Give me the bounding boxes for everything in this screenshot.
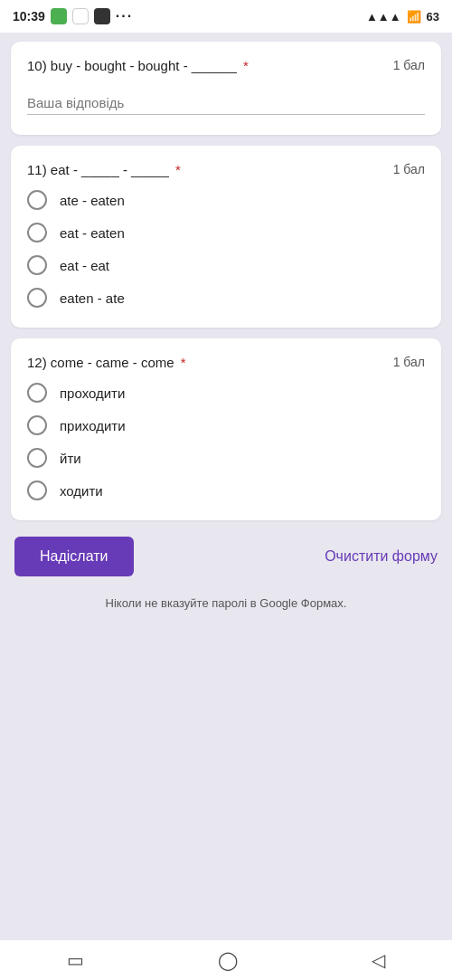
battery-label: 63 xyxy=(427,10,439,24)
radio-circle-q11-2 xyxy=(27,255,47,275)
nav-back-button[interactable]: ◁ xyxy=(372,949,385,971)
clear-button[interactable]: Очистити форму xyxy=(325,548,438,565)
footer-note: Ніколи не вказуйте паролі в Google Форма… xyxy=(0,589,452,624)
q11-option-2[interactable]: eat - eat xyxy=(27,255,425,275)
question-12-options: проходити приходити йти ходити xyxy=(27,383,425,500)
q11-label-0: ate - eaten xyxy=(60,193,125,208)
main-content: 10) buy - bought - bought - ______ * 1 б… xyxy=(0,33,452,520)
q11-label-2: eat - eat xyxy=(60,258,109,273)
app-icon-green xyxy=(51,8,67,24)
q11-option-1[interactable]: eat - eaten xyxy=(27,223,425,243)
question-12-text: 12) come - came - come * xyxy=(27,355,384,370)
nav-circle-button[interactable]: ◯ xyxy=(218,949,238,971)
question-11-text: 11) eat - _____ - _____ * xyxy=(27,162,384,177)
nav-square-button[interactable]: ▭ xyxy=(67,949,84,971)
signal-icon: ▲▲▲ xyxy=(366,10,401,24)
status-bar-left: 10:39 ··· xyxy=(13,8,133,24)
points-12: 1 бал xyxy=(393,355,425,369)
required-star-12: * xyxy=(181,355,186,370)
radio-circle-q11-3 xyxy=(27,288,47,308)
bottom-action-bar: Надіслати Очистити форму xyxy=(0,524,452,589)
q12-label-0: проходити xyxy=(60,385,125,401)
question-12-header: 12) come - came - come * 1 бал xyxy=(27,355,425,370)
radio-circle-q12-3 xyxy=(27,480,47,500)
q12-label-3: ходити xyxy=(60,483,103,499)
q11-label-1: eat - eaten xyxy=(60,225,125,241)
question-10-card: 10) buy - bought - bought - ______ * 1 б… xyxy=(11,42,441,135)
radio-circle-q12-2 xyxy=(27,448,47,468)
status-bar: 10:39 ··· ▲▲▲ 📶 63 xyxy=(0,0,452,33)
question-10-header: 10) buy - bought - bought - ______ * 1 б… xyxy=(27,58,425,73)
answer-input-10[interactable] xyxy=(27,91,425,115)
navigation-bar: ▭ ◯ ◁ xyxy=(0,940,452,980)
points-10: 1 бал xyxy=(393,58,425,72)
q12-option-2[interactable]: йти xyxy=(27,448,425,468)
wifi-icon: 📶 xyxy=(407,10,421,24)
q12-option-0[interactable]: проходити xyxy=(27,383,425,403)
q12-option-1[interactable]: приходити xyxy=(27,415,425,435)
required-star-10: * xyxy=(243,58,249,73)
q11-option-3[interactable]: eaten - ate xyxy=(27,288,425,308)
app-icon-white xyxy=(72,8,89,24)
points-11: 1 бал xyxy=(393,162,425,176)
q12-option-3[interactable]: ходити xyxy=(27,480,425,500)
more-icon: ··· xyxy=(116,8,133,24)
q12-label-1: приходити xyxy=(60,418,126,433)
radio-circle-q11-0 xyxy=(27,190,47,210)
app-icon-dark xyxy=(94,8,110,24)
radio-circle-q11-1 xyxy=(27,223,47,243)
question-11-options: ate - eaten eat - eaten eat - eat eaten … xyxy=(27,190,425,308)
question-10-text: 10) buy - bought - bought - ______ * xyxy=(27,58,384,73)
time-label: 10:39 xyxy=(13,9,45,24)
q11-option-0[interactable]: ate - eaten xyxy=(27,190,425,210)
question-12-card: 12) come - came - come * 1 бал проходити… xyxy=(11,338,441,520)
status-bar-right: ▲▲▲ 📶 63 xyxy=(366,10,439,24)
q11-label-3: eaten - ate xyxy=(60,290,125,306)
question-11-card: 11) eat - _____ - _____ * 1 бал ate - ea… xyxy=(11,146,441,328)
submit-button[interactable]: Надіслати xyxy=(14,537,134,576)
required-star-11: * xyxy=(175,162,181,177)
question-11-header: 11) eat - _____ - _____ * 1 бал xyxy=(27,162,425,177)
q12-label-2: йти xyxy=(60,451,81,466)
radio-circle-q12-0 xyxy=(27,383,47,403)
radio-circle-q12-1 xyxy=(27,415,47,435)
